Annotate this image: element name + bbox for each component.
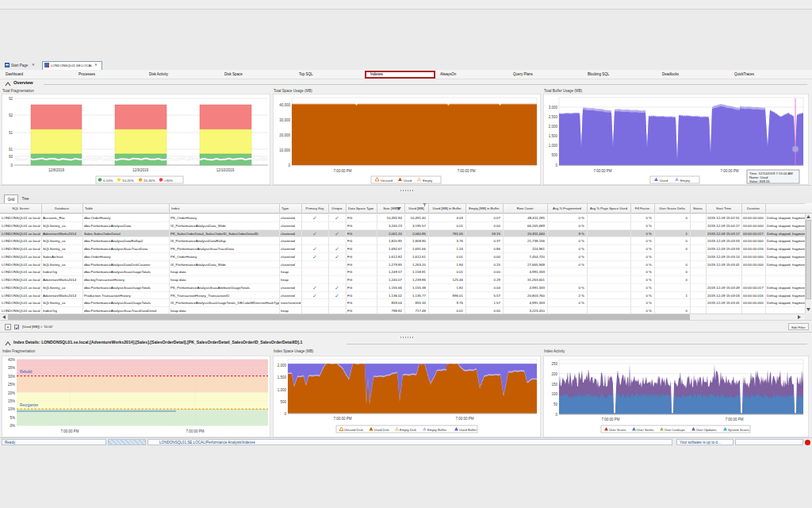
svg-text:12/9/2019: 12/9/2019 bbox=[132, 168, 149, 172]
svg-text:40,000: 40,000 bbox=[279, 103, 290, 107]
svg-text:250: 250 bbox=[551, 362, 557, 366]
svg-text:10%: 10% bbox=[8, 407, 15, 411]
svg-text:1,000: 1,000 bbox=[549, 144, 558, 148]
svg-text:200: 200 bbox=[551, 372, 557, 376]
svg-text:Rebuild: Rebuild bbox=[20, 370, 33, 374]
svg-text:7:00:00 PM: 7:00:00 PM bbox=[60, 429, 79, 433]
svg-text:30,000: 30,000 bbox=[279, 118, 290, 122]
svg-text:3,000: 3,000 bbox=[549, 106, 558, 110]
svg-text:35%: 35% bbox=[8, 366, 15, 370]
svg-text:0-10%: 0-10% bbox=[103, 179, 113, 183]
svg-text:7:00:00 PM: 7:00:00 PM bbox=[601, 418, 619, 421]
svg-text:7:00:00 PM: 7:00:00 PM bbox=[720, 169, 738, 173]
svg-text:1,000: 1,000 bbox=[278, 388, 287, 392]
svg-text:Used Disk: Used Disk bbox=[374, 428, 390, 432]
svg-text:500: 500 bbox=[280, 400, 286, 404]
svg-text:0%: 0% bbox=[10, 424, 15, 428]
svg-text:User Scans: User Scans bbox=[609, 428, 626, 432]
svg-text:2,000: 2,000 bbox=[549, 125, 558, 129]
svg-text:7:00:00 PM: 7:00:00 PM bbox=[186, 429, 204, 433]
svg-text:20%: 20% bbox=[8, 391, 15, 395]
svg-text:7:00:00 PM: 7:00:00 PM bbox=[593, 169, 611, 173]
svg-text:2,500: 2,500 bbox=[549, 115, 558, 119]
svg-text:>30%: >30% bbox=[164, 179, 173, 183]
svg-text:User Seeks: User Seeks bbox=[637, 428, 654, 432]
svg-text:30%: 30% bbox=[8, 375, 15, 379]
svg-text:7:00:00 PM: 7:00:00 PM bbox=[725, 418, 743, 421]
svg-text:12/8/2019: 12/8/2019 bbox=[48, 168, 65, 172]
svg-text:7:00:00 PM: 7:00:00 PM bbox=[457, 169, 475, 173]
svg-text:Empty: Empty bbox=[423, 179, 433, 183]
svg-text:Empty: Empty bbox=[680, 179, 691, 183]
svg-text:25%: 25% bbox=[8, 383, 15, 387]
svg-text:2,000: 2,000 bbox=[278, 364, 287, 368]
svg-text:12/10/2019: 12/10/2019 bbox=[216, 168, 235, 172]
svg-text:5%: 5% bbox=[10, 416, 15, 420]
svg-text:15%: 15% bbox=[8, 399, 15, 403]
svg-text:1,500: 1,500 bbox=[278, 375, 287, 379]
svg-text:7:00:00 PM: 7:00:00 PM bbox=[333, 169, 351, 173]
svg-text:40%: 40% bbox=[8, 358, 15, 362]
svg-text:150: 150 bbox=[551, 383, 557, 387]
svg-text:User Updates: User Updates bbox=[696, 428, 717, 432]
svg-text:Used: Used bbox=[404, 179, 412, 183]
svg-text:Reorganize: Reorganize bbox=[20, 403, 39, 407]
svg-text:20,000: 20,000 bbox=[279, 133, 290, 137]
svg-text:7:00:00 PM: 7:00:00 PM bbox=[333, 417, 351, 421]
svg-text:User Lookups: User Lookups bbox=[665, 428, 685, 432]
svg-text:10-20%: 10-20% bbox=[122, 179, 134, 183]
svg-text:1,500: 1,500 bbox=[549, 134, 558, 138]
svg-text:Used: Used bbox=[660, 179, 668, 183]
svg-text:Unused Disk: Unused Disk bbox=[344, 428, 364, 432]
svg-text:Used Buffer: Used Buffer bbox=[459, 428, 477, 432]
svg-text:50: 50 bbox=[553, 402, 558, 406]
svg-text:10,000: 10,000 bbox=[279, 148, 290, 152]
svg-text:Unused: Unused bbox=[381, 179, 393, 183]
svg-text:20-30%: 20-30% bbox=[144, 179, 155, 183]
svg-text:92: 92 bbox=[9, 97, 13, 101]
svg-text:500: 500 bbox=[551, 153, 557, 157]
svg-text:System Scans: System Scans bbox=[728, 428, 749, 432]
svg-text:90: 90 bbox=[9, 155, 13, 159]
svg-text:Value: 838.05: Value: 838.05 bbox=[749, 179, 770, 183]
svg-text:100: 100 bbox=[551, 392, 557, 396]
svg-text:Empty Disk: Empty Disk bbox=[400, 428, 417, 432]
svg-text:Empty Buffer: Empty Buffer bbox=[427, 428, 447, 432]
svg-text:91: 91 bbox=[9, 131, 13, 135]
svg-text:91: 91 bbox=[9, 148, 13, 152]
svg-text:7:00:00 PM: 7:00:00 PM bbox=[455, 417, 473, 421]
svg-text:92: 92 bbox=[9, 114, 13, 117]
